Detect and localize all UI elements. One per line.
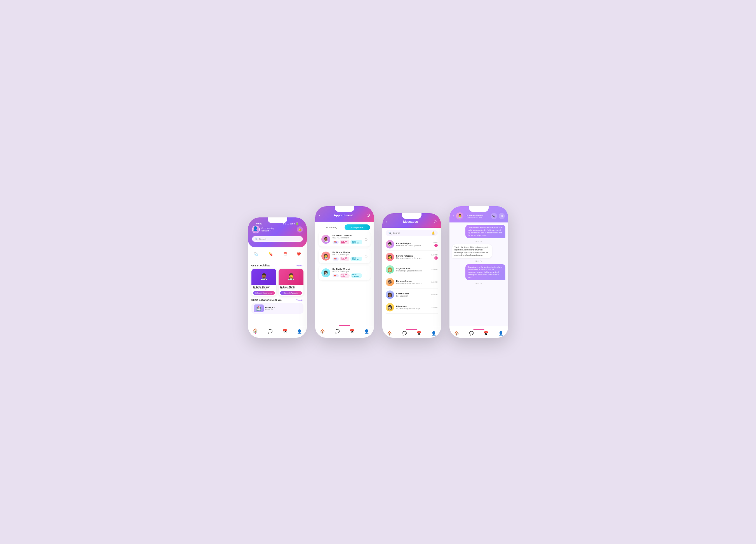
appointment-item-2: 👩🏻‍⚕️ Dr. Emily Wright OBGYN, Radiologis… [319, 265, 371, 280]
greeting-text: Good Morning Susan P [262, 227, 274, 232]
bnav4-chat[interactable]: 💬 [469, 331, 474, 336]
appt-more-0[interactable]: ⊙ [364, 237, 368, 241]
messages-search[interactable]: 🔍 🔔 [386, 230, 438, 236]
bell-icon-msg[interactable]: 🔔 [432, 231, 435, 234]
quick-nav: 🩺 Consultation 💊 UFE Treatment 📅 Appoint… [248, 247, 307, 262]
messages-title: Messages [403, 220, 418, 223]
bnav3-profile[interactable]: 👤 [431, 331, 436, 336]
nav2-messages[interactable]: 💬 [335, 329, 340, 334]
appt-time-2: 10:00 - 5:00 PM [351, 274, 362, 278]
bnav3-calendar[interactable]: 📅 [416, 331, 421, 336]
home-search-bar[interactable]: 🔍 [252, 236, 303, 242]
bnav3-home[interactable]: 🏠 [387, 331, 392, 336]
message-list: 👨🏻 Kalvin Philipps Please let me know if… [382, 238, 441, 314]
doctor-img-0: 👨🏾‍⚕️ [251, 268, 276, 285]
appt-meta-1: 📅 2 Aug 14, 2022 10:00 - 12:00 PM [333, 256, 362, 261]
msg-name-1: Serena Peterson [396, 254, 429, 257]
msg-meta-3: 5:09 PM [431, 281, 437, 283]
call-button[interactable]: 📞 [491, 213, 497, 219]
consultation-icon: 🩺 [251, 249, 260, 258]
chat-doc-info: Dr. Grace Martin Online 2 minutes ago [466, 214, 488, 218]
view-all-specialists[interactable]: View All [296, 265, 303, 267]
appointment-item-1: 👩‍⚕️ Dr. Grace Martin OBGYN, Radiologist… [319, 249, 371, 263]
appt-more-2[interactable]: ⊙ [364, 270, 368, 275]
specialists-section: UFE Specialists View All 👨🏾‍⚕️ Dr. David… [248, 262, 307, 298]
appt-count-0: 📅 2 [333, 241, 339, 244]
view-all-clinics[interactable]: View All [296, 299, 303, 301]
notch-1 [268, 217, 287, 223]
msg-item-4[interactable]: 👩🏾 Susan Costa See you soon! 5:09 PM [386, 289, 438, 301]
notification-bell[interactable]: 🔔 [297, 226, 303, 232]
msg-item-3[interactable]: 👨🏽 Randolp Simon Let me know if you stil… [386, 276, 438, 289]
back-button-3[interactable]: ‹ [386, 219, 388, 224]
msg-item-5[interactable]: 👩🏻 Lily Adams Ok, dont worry because its… [386, 301, 438, 314]
nav-calendar[interactable]: 📅 [282, 329, 287, 334]
chat-actions: 📞 ⊞ [491, 213, 505, 219]
more-button-2[interactable]: ⊙ [366, 212, 370, 218]
appt-meta-2: 📅 2 Aug 14, 2022 10:00 - 5:00 PM [333, 274, 362, 278]
msg-time-3: 5:09 PM [431, 281, 437, 283]
msg-content-5: Lily Adams Ok, dont worry because its ju… [396, 305, 429, 310]
appt-doc-name-0: Dr. David Clarkson [333, 234, 362, 237]
search-input[interactable] [259, 238, 300, 240]
doctor-card-0: 👨🏾‍⚕️ Dr. David Clarkson OBGYN, Radiolog… [251, 268, 276, 296]
nav-health-tips[interactable]: ❤️ Health Tips [295, 249, 303, 261]
nav-ufe-treatment[interactable]: 💊 UFE Treatment [265, 249, 276, 261]
nav-messages[interactable]: 💬 [268, 329, 272, 334]
appt-info-0: Dr. David Clarkson OBGYN, Radiologist 📅 … [333, 234, 362, 244]
msg-item-2[interactable]: 👩🏼 Angelina Julie Okay, I hope you get b… [386, 263, 438, 276]
appt-spec-1: OBGYN, Radiologist [333, 253, 362, 255]
bnav4-profile[interactable]: 👤 [498, 331, 503, 336]
msg-avatar-2: 👩🏼 [386, 265, 394, 274]
nav-home[interactable]: 🏠 [253, 328, 258, 334]
user-name: Susan P [262, 229, 274, 232]
chat-text-0: I have ordered another test of a pelvic … [468, 227, 503, 236]
nav2-calendar[interactable]: 📅 [349, 329, 354, 334]
appointment-list: 👨🏾‍⚕️ Dr. David Clarkson OBGYN, Radiolog… [315, 232, 374, 283]
bnav3-chat[interactable]: 💬 [402, 331, 407, 336]
msg-meta-1: 5:09 PM 1 [431, 254, 437, 260]
schedule-btn-1[interactable]: Schedule Appoint... [280, 291, 302, 295]
msg-item-1[interactable]: 👩 Serena Peterson Maybe you can go to th… [386, 251, 438, 263]
appt-date-1: Aug 14, 2022 [340, 256, 349, 261]
nav2-profile[interactable]: 👤 [364, 329, 369, 334]
msg-time-1: 5:09 PM [431, 254, 437, 256]
msg-meta-5: 5:09 PM [431, 307, 437, 308]
bottom-nav-4-wrapper: 🏠 💬 📅 👤 [449, 327, 508, 338]
msg-item-0[interactable]: 👨🏻 Kalvin Philipps Please let me know if… [386, 238, 438, 251]
bnav4-home[interactable]: 🏠 [454, 331, 459, 336]
tab-completed[interactable]: Completed [345, 224, 370, 230]
chat-bubble-1: Thanks, Dr. Grace. This has been a great… [452, 244, 492, 258]
back-button-2[interactable]: ‹ [319, 213, 321, 217]
nav-consultation[interactable]: 🩺 Consultation [251, 249, 260, 261]
appt-more-1[interactable]: ⊙ [364, 254, 368, 258]
doctor-spec-1: OBGYN, Radiologist [280, 288, 302, 290]
schedule-btn-0[interactable]: Schedule Appointment [253, 291, 275, 295]
more-button-3[interactable]: ⊙ [434, 219, 437, 224]
msg-badge-0: 1 [434, 244, 438, 247]
search-input-msg[interactable] [393, 232, 430, 234]
chat-body: I have ordered another test of a pelvic … [449, 222, 508, 326]
chat-doc-name: Dr. Grace Martin [466, 214, 488, 216]
chat-time-0: 12:18 PM [452, 240, 505, 242]
msg-preview-1: Maybe you can go to the near... [396, 257, 429, 259]
appt-spec-0: OBGYN, Radiologist [333, 237, 362, 239]
bottom-nav-3: 🏠 💬 📅 👤 [382, 331, 441, 336]
appt-time-0: 10:00 - 11:00 AM [350, 240, 362, 244]
chat-doc-status: Online 2 minutes ago [466, 216, 488, 218]
nav-profile[interactable]: 👤 [297, 329, 302, 334]
msg-name-5: Lily Adams [396, 305, 429, 308]
doctor-spec-0: OBGYN, Radiologist [253, 288, 275, 290]
nav-appointment[interactable]: 📅 Appointment [281, 249, 290, 261]
nav2-home[interactable]: 🏠 [320, 329, 325, 334]
bnav4-calendar[interactable]: 📅 [484, 331, 488, 336]
back-button-4[interactable]: ‹ [453, 214, 454, 218]
appt-count-1: 📅 2 [333, 257, 339, 260]
chat-text-2: Susan Anne, so the treatment options hav… [468, 266, 502, 278]
ufe-icon: 💊 [266, 249, 275, 258]
doctor-cards: 👨🏾‍⚕️ Dr. David Clarkson OBGYN, Radiolog… [251, 268, 303, 296]
tab-upcoming[interactable]: Upcoming [319, 224, 345, 230]
home-indicator-3 [406, 329, 417, 330]
more-options-button[interactable]: ⊞ [499, 213, 505, 219]
notch-4 [469, 206, 489, 212]
